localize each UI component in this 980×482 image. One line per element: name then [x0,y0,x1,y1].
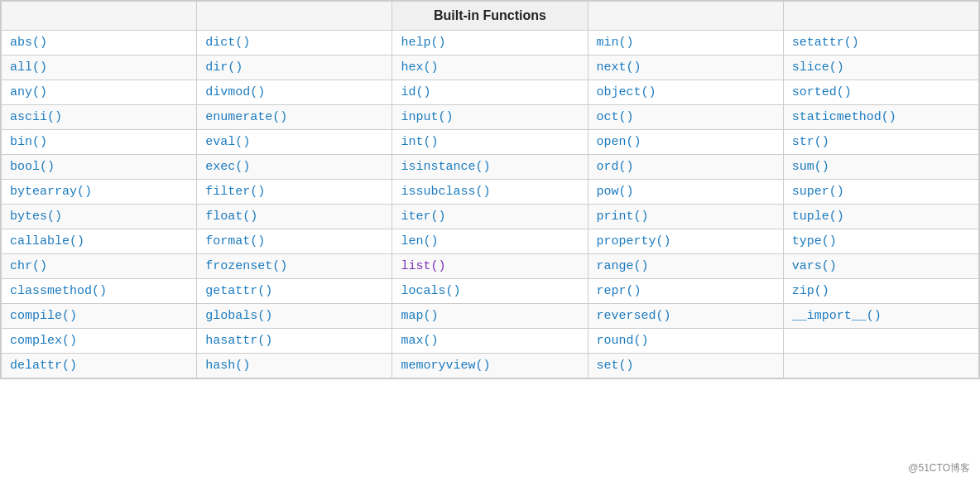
watermark-label: @51CTO博客 [908,461,970,475]
col-header-1 [2,2,197,31]
table-cell: open() [588,130,783,155]
table-cell: bool() [2,155,197,180]
table-row: abs()dict()help()min()setattr() [2,31,979,55]
table-cell: globals() [197,304,392,329]
table-cell: round() [588,329,783,354]
table-cell: vars() [783,254,978,279]
table-cell: ord() [588,155,783,180]
table-cell: bin() [2,130,197,155]
table-cell: exec() [197,155,392,180]
col-header-2 [197,2,392,31]
table-cell: iter() [392,205,588,229]
table-row: any()divmod()id()object()sorted() [2,80,979,105]
table-cell: abs() [2,31,197,55]
table-cell: float() [197,205,392,229]
table-cell: max() [392,329,588,354]
col-header-4 [588,2,783,31]
table-cell: super() [783,180,978,205]
col-header-5 [783,2,978,31]
table-cell: bytearray() [2,180,197,205]
main-container: Built-in Functions abs()dict()help()min(… [0,0,980,379]
table-cell: memoryview() [392,354,588,378]
table-cell: map() [392,304,588,329]
table-cell: min() [588,31,783,55]
table-cell: setattr() [783,31,978,55]
table-cell: repr() [588,279,783,304]
table-cell: next() [588,55,783,80]
table-row: compile()globals()map()reversed()__impor… [2,304,979,329]
table-title: Built-in Functions [392,2,588,31]
table-cell [783,329,978,354]
table-cell: list() [392,254,588,279]
table-cell: help() [392,31,588,55]
table-cell: eval() [197,130,392,155]
table-cell: hasattr() [197,329,392,354]
table-cell [783,354,978,378]
table-cell: set() [588,354,783,378]
table-cell: object() [588,80,783,105]
table-cell: all() [2,55,197,80]
table-cell: sorted() [783,80,978,105]
table-cell: delattr() [2,354,197,378]
table-row: bytes()float()iter()print()tuple() [2,205,979,229]
table-cell: chr() [2,254,197,279]
table-cell: type() [783,229,978,254]
table-cell: classmethod() [2,279,197,304]
table-row: complex()hasattr()max()round() [2,329,979,354]
table-cell: issubclass() [392,180,588,205]
table-cell: isinstance() [392,155,588,180]
table-cell: __import__() [783,304,978,329]
table-row: bool()exec()isinstance()ord()sum() [2,155,979,180]
table-cell: dict() [197,31,392,55]
table-cell: range() [588,254,783,279]
table-cell: dir() [197,55,392,80]
table-cell: pow() [588,180,783,205]
table-cell: getattr() [197,279,392,304]
table-cell: str() [783,130,978,155]
table-cell: callable() [2,229,197,254]
table-cell: print() [588,205,783,229]
table-row: callable()format()len()property()type() [2,229,979,254]
table-cell: any() [2,80,197,105]
table-cell: sum() [783,155,978,180]
table-cell: hash() [197,354,392,378]
builtins-table: Built-in Functions abs()dict()help()min(… [1,1,979,378]
table-cell: format() [197,229,392,254]
table-row: delattr()hash()memoryview()set() [2,354,979,378]
table-row: all()dir()hex()next()slice() [2,55,979,80]
table-cell: frozenset() [197,254,392,279]
table-cell: hex() [392,55,588,80]
table-cell: slice() [783,55,978,80]
table-cell: divmod() [197,80,392,105]
table-cell: input() [392,105,588,130]
table-cell: enumerate() [197,105,392,130]
table-row: chr()frozenset()list()range()vars() [2,254,979,279]
table-cell: staticmethod() [783,105,978,130]
table-row: classmethod()getattr()locals()repr()zip(… [2,279,979,304]
table-cell: oct() [588,105,783,130]
table-cell: bytes() [2,205,197,229]
table-cell: compile() [2,304,197,329]
table-cell: id() [392,80,588,105]
table-cell: int() [392,130,588,155]
table-cell: property() [588,229,783,254]
table-row: bytearray()filter()issubclass()pow()supe… [2,180,979,205]
table-cell: tuple() [783,205,978,229]
table-row: bin()eval()int()open()str() [2,130,979,155]
table-cell: zip() [783,279,978,304]
table-cell: complex() [2,329,197,354]
table-cell: locals() [392,279,588,304]
table-cell: reversed() [588,304,783,329]
table-row: ascii()enumerate()input()oct()staticmeth… [2,105,979,130]
table-cell: ascii() [2,105,197,130]
table-cell: filter() [197,180,392,205]
table-cell: len() [392,229,588,254]
